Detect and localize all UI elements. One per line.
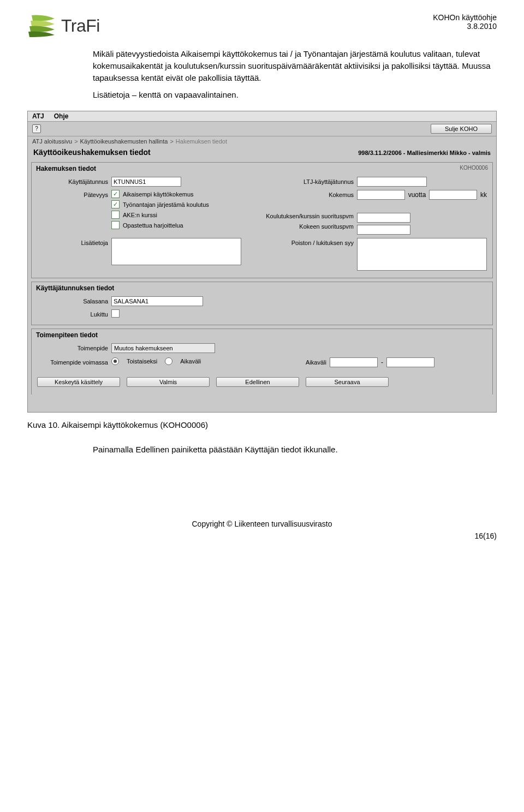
edellinen-button[interactable]: Edellinen [216,377,299,387]
label-koepvm: Kokeen suorituspvm [299,222,354,230]
logo-text: TraFi [61,16,100,36]
label-aikavali2: Aikaväli [272,357,326,366]
field-toimenpide: Muutos hakemukseen [111,343,215,353]
seuraava-button[interactable]: Seuraava [306,377,389,387]
textarea-poisto[interactable] [357,238,487,271]
checkbox-label-opastettua: Opastettua harjoittelua [123,222,183,229]
radio-label-toistaiseksi: Toistaiseksi [127,358,157,365]
label-lisatietoja: Lisätietoja [37,238,108,246]
breadcrumb: ATJ aloitussivu>Käyttöoikeushakemusten h… [28,136,496,146]
figure-caption: Kuva 10. Aikaisempi käyttökokemus (KOHO0… [27,420,497,429]
section-title-3: Toimenpiteen tiedot [32,329,492,340]
page-status: 998/3.11.2/2006 - Malliesimerkki Mikko -… [358,150,491,156]
label-kokemus: Kokemus [329,190,354,198]
section-title: Hakemuksen tiedot [32,163,492,174]
valmis-button[interactable]: Valmis [127,377,210,387]
logo-icon [27,13,57,38]
paragraph-1: Mikäli pätevyystiedoista Aikaisempi käyt… [93,48,497,83]
section-code: KOHO0006 [460,165,488,171]
radio-label-aikavali: Aikaväli [180,358,201,365]
app-window: ATJ Ohje ? Sulje KOHO ATJ aloitussivu>Kä… [27,111,497,413]
checkbox-label-ake: AKE:n kurssi [123,212,157,218]
checkbox-aikaisempi[interactable]: ✓ [111,190,120,198]
copyright: Copyright © Liikenteen turvallisuusviras… [27,520,497,528]
label-salasana: Salasana [37,296,108,304]
section-toimenpiteen-tiedot: Toimenpiteen tiedot Toimenpide Muutos ha… [31,329,493,395]
menu-ohje[interactable]: Ohje [54,112,69,120]
paragraph-3: Painamalla Edellinen painiketta päästään… [93,445,497,454]
logo: TraFi [27,13,100,38]
label-toimenpide: Toimenpide [37,343,108,351]
checkbox-label-tyonantajan: Työnantajan järjestämä koulutus [123,201,209,208]
crumb-1[interactable]: ATJ aloitussivu [32,138,72,145]
input-aikavali-from[interactable] [330,357,378,367]
input-koepvm[interactable] [357,225,410,235]
input-salasana[interactable] [111,296,203,306]
radio-toistaiseksi[interactable] [111,357,119,365]
checkbox-opastettua[interactable] [111,221,120,229]
doc-date: 3.8.2010 [433,22,497,31]
crumb-2[interactable]: Käyttöoikeushakemusten hallinta [80,138,168,145]
help-icon[interactable]: ? [32,124,41,133]
textarea-lisatietoja[interactable] [111,238,241,265]
checkbox-label-aikaisempi: Aikaisempi käyttökokemus [123,191,194,198]
input-ltj[interactable] [357,177,427,187]
page-number: 16(16) [27,532,497,540]
checkbox-lukittu[interactable] [111,309,120,318]
input-aikavali-to[interactable] [386,357,434,367]
keskeyta-button[interactable]: Keskeytä käsittely [37,377,120,387]
input-kokemus-vuotta[interactable] [357,190,405,200]
label-ltj: LTJ-käyttäjätunnus [245,177,354,185]
section-title-2: Käyttäjätunnuksen tiedot [32,282,492,293]
label-vuotta: vuotta [408,191,426,199]
page-title: Käyttöoikeushakemuksen tiedot [33,148,151,157]
checkbox-tyonantajan[interactable]: ✓ [111,200,120,208]
label-kayttajatunnus: Käyttäjätunnus [37,177,108,185]
range-dash: - [381,359,383,366]
paragraph-2: Lisätietoja – kenttä on vapaavalintainen… [93,89,497,101]
label-voimassa: Toimenpide voimassa [37,357,108,366]
menu-atj[interactable]: ATJ [32,112,44,120]
input-kurssipvm[interactable] [357,213,410,223]
doc-title: KOHOn käyttöohje [433,13,497,22]
input-kayttajatunnus[interactable] [111,177,181,187]
close-koho-button[interactable]: Sulje KOHO [431,124,492,134]
section-kayttajatunnuksen-tiedot: Käyttäjätunnuksen tiedot Salasana Lukitt… [31,282,493,325]
label-kk: kk [480,191,487,199]
input-kokemus-kk[interactable] [429,190,477,200]
checkbox-ake[interactable] [111,211,120,219]
section-hakemuksen-tiedot: Hakemuksen tiedot KOHO0006 Käyttäjätunnu… [31,162,493,278]
label-patevyys: Pätevyys [37,190,108,198]
label-poisto: Poiston / lukituksen syy [245,238,354,246]
radio-aikavali[interactable] [165,357,172,365]
label-kurssipvm: Koulutuksen/kurssin suorituspvm [266,211,354,219]
label-lukittu: Lukittu [37,309,108,318]
crumb-3: Hakemuksen tiedot [176,138,227,145]
